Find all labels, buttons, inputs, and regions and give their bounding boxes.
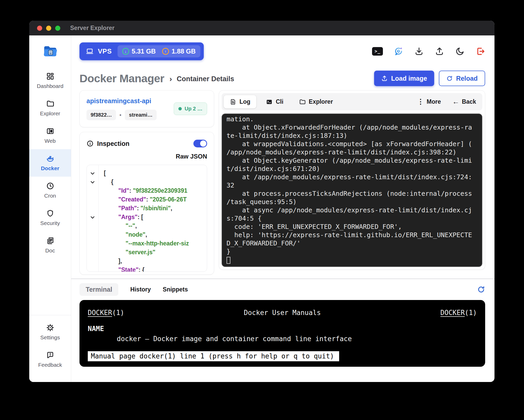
download-icon[interactable] bbox=[414, 47, 424, 56]
container-detail-column: apistreamingcast-api 9f3822… • streami… … bbox=[79, 90, 214, 270]
chevron-down-icon bbox=[91, 171, 95, 175]
sidebar-nav: DashboardExplorerWebDockerCronSecurityDo… bbox=[29, 67, 71, 259]
ai-assistant-icon[interactable] bbox=[394, 47, 403, 56]
man-header-center: Docker User Manuals bbox=[217, 309, 347, 317]
json-collapse-toggle[interactable] bbox=[87, 213, 98, 221]
inspection-toggle[interactable] bbox=[193, 140, 207, 147]
json-gutter-cell bbox=[87, 186, 98, 195]
json-tree-viewer: [{"Id": "9f382250e2309391"Created": "202… bbox=[86, 165, 207, 272]
dark-mode-icon[interactable] bbox=[455, 47, 465, 56]
load-image-button[interactable]: Load image bbox=[374, 71, 434, 86]
load-image-label: Load image bbox=[391, 75, 427, 82]
upload-value: 1.88 GB bbox=[172, 48, 196, 55]
json-row: "Created": "2025-06-26T bbox=[104, 195, 207, 204]
refresh-icon bbox=[446, 75, 453, 82]
log-panel-tabsbar: LogCliExplorer ⋮ More ← Back bbox=[222, 93, 482, 110]
container-log-output[interactable]: mation. at Object.xForwardedForHeader (/… bbox=[222, 114, 482, 267]
chevron-down-icon bbox=[91, 179, 95, 184]
terminal-icon[interactable]: >_ bbox=[372, 47, 383, 56]
container-status-badge: Up 2 … bbox=[174, 102, 207, 115]
sidebar-item-security[interactable]: Security bbox=[29, 204, 71, 231]
man-name-heading: NAME bbox=[88, 325, 477, 333]
cli-icon bbox=[266, 99, 273, 105]
json-collapse-toggle[interactable] bbox=[87, 177, 98, 186]
tab-cli[interactable]: Cli bbox=[260, 95, 289, 108]
json-row: "State": { bbox=[104, 265, 207, 272]
page-header: Docker Manager › Container Details Load … bbox=[71, 67, 494, 86]
man-header-left: DOCKER(1) bbox=[88, 309, 217, 317]
reload-button[interactable]: Reload bbox=[439, 71, 485, 86]
info-icon bbox=[86, 140, 94, 147]
back-button[interactable]: ← Back bbox=[452, 98, 476, 105]
container-status-text: Up 2 … bbox=[185, 106, 202, 112]
sidebar-item-settings[interactable]: Settings bbox=[29, 318, 71, 346]
json-row: { bbox=[104, 177, 207, 186]
upload-arrow-icon: ↑ bbox=[162, 48, 169, 55]
toggle-knob bbox=[200, 140, 206, 147]
sidebar-item-doc[interactable]: Doc bbox=[29, 231, 71, 259]
tab-explorer[interactable]: Explorer bbox=[293, 95, 339, 108]
minimize-window-button[interactable] bbox=[46, 26, 51, 31]
json-gutter-cell bbox=[87, 195, 98, 204]
docker-icon bbox=[46, 154, 54, 163]
top-header-bar: VPS ↓ 5.31 GB ↑ 1.88 GB >_ bbox=[71, 35, 494, 67]
terminal-refresh-button[interactable] bbox=[477, 286, 485, 294]
sidebar-item-label: Security bbox=[40, 220, 60, 226]
sidebar-item-feedback[interactable]: Feedback bbox=[29, 346, 71, 373]
header-action-icons: >_ bbox=[372, 47, 485, 56]
folder-icon bbox=[299, 99, 306, 105]
sidebar-item-web[interactable]: Web bbox=[29, 122, 71, 149]
sidebar-item-explorer[interactable]: Explorer bbox=[29, 94, 71, 122]
json-gutter-cell bbox=[87, 248, 98, 257]
terminal-section: TerminalHistorySnippets DOCKER(1) Docker… bbox=[71, 279, 494, 382]
sidebar-item-label: Doc bbox=[45, 248, 55, 254]
json-row: "Id": "9f382250e2309391 bbox=[104, 186, 207, 195]
sidebar-item-label: Explorer bbox=[40, 110, 60, 117]
sidebar-item-label: Dashboard bbox=[37, 83, 63, 89]
container-name-link[interactable]: apistreamingcast-api bbox=[86, 97, 174, 105]
more-button[interactable]: ⋮ More bbox=[417, 98, 441, 105]
reload-label: Reload bbox=[456, 75, 478, 82]
refresh-icon bbox=[477, 286, 485, 294]
man-name-line: docker — Docker image and container comm… bbox=[88, 335, 477, 343]
breadcrumb: Container Details bbox=[177, 75, 234, 83]
web-icon bbox=[46, 127, 54, 135]
zoom-window-button[interactable] bbox=[55, 26, 60, 31]
terminal-tabsbar: TerminalHistorySnippets bbox=[79, 283, 485, 296]
sidebar-item-label: Web bbox=[45, 138, 56, 144]
terminal-cursor bbox=[227, 257, 230, 264]
inspection-card: Inspection Raw JSON [{"Id": "9f382250e23… bbox=[79, 132, 214, 275]
sidebar-item-cron[interactable]: Cron bbox=[29, 177, 71, 204]
terminal-tab-snippets[interactable]: Snippets bbox=[163, 283, 188, 296]
close-window-button[interactable] bbox=[37, 26, 42, 31]
json-gutter-cell bbox=[87, 265, 98, 272]
tab-log[interactable]: Log bbox=[224, 95, 256, 108]
terminal-tab-history[interactable]: History bbox=[130, 283, 151, 296]
json-row: "--", bbox=[104, 221, 207, 230]
vps-label: VPS bbox=[98, 47, 112, 55]
upload-icon[interactable] bbox=[435, 47, 444, 56]
sidebar-item-dashboard[interactable]: Dashboard bbox=[29, 67, 71, 94]
sidebar-item-docker[interactable]: Docker bbox=[29, 149, 71, 177]
terminal-output[interactable]: DOCKER(1) Docker User Manuals DOCKER(1) … bbox=[79, 300, 485, 367]
tab-label: Cli bbox=[276, 98, 283, 105]
raw-json-link[interactable]: Raw JSON bbox=[86, 153, 207, 161]
vps-server-button[interactable]: VPS ↓ 5.31 GB ↑ 1.88 GB bbox=[79, 42, 204, 60]
json-collapse-toggle[interactable] bbox=[87, 169, 98, 177]
man-header-right: DOCKER(1) bbox=[347, 309, 477, 317]
container-id-chip: 9f3822… bbox=[86, 110, 116, 120]
window-titlebar[interactable]: Server Explorer bbox=[29, 21, 494, 35]
upload-stat: ↑ 1.88 GB bbox=[162, 48, 196, 55]
dashboard-icon bbox=[46, 72, 54, 80]
log-file-icon bbox=[230, 99, 236, 105]
json-row: "node", bbox=[104, 230, 207, 239]
download-arrow-icon: ↓ bbox=[122, 48, 129, 55]
window-title: Server Explorer bbox=[70, 25, 114, 32]
logout-icon[interactable] bbox=[476, 47, 485, 56]
window-controls bbox=[29, 26, 60, 31]
cron-icon bbox=[46, 182, 54, 190]
settings-icon bbox=[46, 324, 54, 332]
json-row: "Path": "/sbin/tini", bbox=[104, 204, 207, 213]
terminal-tab-terminal[interactable]: Terminal bbox=[79, 283, 118, 296]
chip-separator-icon: • bbox=[119, 112, 121, 118]
